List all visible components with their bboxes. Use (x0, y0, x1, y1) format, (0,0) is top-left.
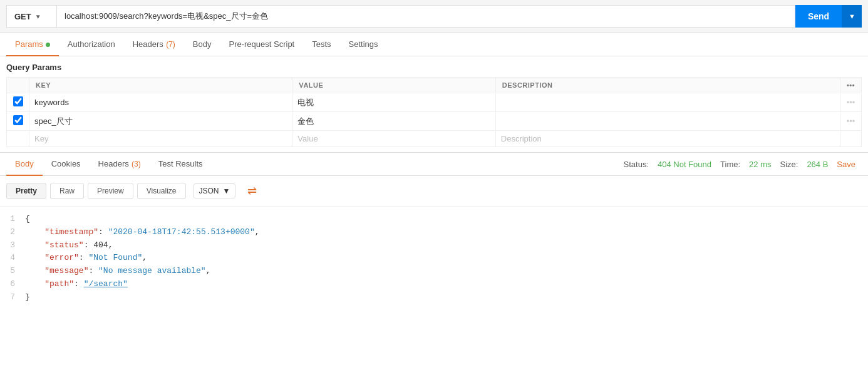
tab-tests[interactable]: Tests (303, 33, 339, 56)
params-table: KEY VALUE DESCRIPTION ••• keywords 电视 ••… (6, 77, 862, 147)
tab-response-headers[interactable]: Headers (3) (90, 153, 150, 176)
bottom-tabs-bar: Body Cookies Headers (3) Test Results St… (0, 153, 868, 176)
row1-checkbox-cell[interactable] (7, 93, 29, 112)
query-params-title: Query Params (6, 63, 862, 72)
response-toolbar: Pretty Raw Preview Visualize JSON ▼ ⇌ (0, 176, 868, 207)
line-num-1: 1 (0, 213, 25, 226)
col-actions: ••• (840, 78, 861, 93)
wrap-button[interactable]: ⇌ (242, 181, 262, 201)
tab-body[interactable]: Body (184, 33, 220, 56)
placeholder-description[interactable]: Description (495, 131, 840, 147)
value-timestamp: "2020-04-18T17:42:55.513+0000" (108, 227, 255, 237)
tab-authorization-label: Authorization (68, 39, 115, 49)
tab-response-body[interactable]: Body (6, 153, 43, 176)
tab-headers-label: Headers (133, 39, 163, 49)
tab-params-label: Params (15, 39, 43, 49)
placeholder-key[interactable]: Key (29, 131, 292, 147)
placeholder-value[interactable]: Value (292, 131, 495, 147)
tab-test-results[interactable]: Test Results (150, 153, 212, 176)
tab-cookies-label: Cookies (51, 159, 81, 168)
row1-checkbox[interactable] (13, 96, 23, 106)
method-selector[interactable]: GET ▼ (6, 5, 56, 28)
table-row: keywords 电视 ••• (7, 93, 862, 112)
params-dot (46, 43, 50, 47)
line-content-2: "timestamp": "2020-04-18T17:42:55.513+00… (25, 226, 868, 239)
method-label: GET (14, 12, 31, 21)
tab-test-results-label: Test Results (158, 159, 203, 168)
line-content-3: "status": 404, (25, 239, 868, 252)
key-timestamp: "timestamp" (44, 227, 98, 237)
row2-actions[interactable]: ••• (840, 112, 861, 131)
tab-params[interactable]: Params (6, 33, 59, 56)
code-line-7: 7 } (0, 291, 868, 304)
chevron-down-icon: ▼ (35, 13, 41, 20)
line-num-3: 3 (0, 239, 25, 252)
send-dropdown-button[interactable]: ▼ (842, 5, 862, 28)
line-num-2: 2 (0, 226, 25, 239)
value-message: "No message available" (98, 266, 206, 275)
visualize-button[interactable]: Visualize (137, 183, 186, 199)
value-error: "Not Found" (88, 253, 142, 262)
pretty-button[interactable]: Pretty (6, 183, 46, 199)
code-area: 1 { 2 "timestamp": "2020-04-18T17:42:55.… (0, 207, 868, 311)
placeholder-actions (840, 131, 861, 147)
row1-value[interactable]: 电视 (292, 93, 495, 112)
status-value: 404 Not Found (658, 160, 711, 169)
tab-tests-label: Tests (312, 39, 331, 49)
key-error: "error" (44, 253, 79, 262)
value-status: 404, (93, 240, 113, 250)
tab-authorization[interactable]: Authorization (59, 33, 124, 56)
format-label: JSON (199, 187, 219, 195)
tab-response-headers-label: Headers (98, 159, 129, 168)
size-label: Size: (780, 160, 798, 169)
row1-actions[interactable]: ••• (840, 93, 861, 112)
code-line-5: 5 "message": "No message available", (0, 265, 868, 278)
line-num-6: 6 (0, 278, 25, 291)
line-content-6: "path": "/search" (25, 278, 868, 291)
tab-prerequest[interactable]: Pre-request Script (220, 33, 303, 56)
placeholder-checkbox-cell (7, 131, 29, 147)
query-params-section: Query Params KEY VALUE DESCRIPTION ••• k… (0, 56, 868, 147)
size-value: 264 B (807, 160, 828, 169)
tab-headers[interactable]: Headers (7) (124, 33, 184, 56)
code-line-1: 1 { (0, 213, 868, 226)
row2-key[interactable]: spec_尺寸 (29, 112, 292, 131)
row1-description[interactable] (495, 93, 840, 112)
col-value: VALUE (292, 78, 495, 93)
save-link[interactable]: Save (837, 160, 855, 169)
value-path[interactable]: "/search" (84, 279, 128, 289)
time-label: Time: (720, 160, 740, 169)
status-bar: Status: 404 Not Found Time: 22 ms Size: … (624, 160, 862, 169)
format-selector[interactable]: JSON ▼ (194, 183, 236, 198)
key-status: "status" (44, 240, 83, 250)
line-num-5: 5 (0, 265, 25, 278)
headers-badge: (7) (164, 40, 175, 49)
send-button[interactable]: Send (795, 5, 842, 28)
row2-checkbox-cell[interactable] (7, 112, 29, 131)
line-content-7: } (25, 291, 868, 304)
row2-value[interactable]: 金色 (292, 112, 495, 131)
col-key: KEY (29, 78, 292, 93)
tab-settings[interactable]: Settings (340, 33, 387, 56)
top-tabs: Params Authorization Headers (7) Body Pr… (0, 33, 868, 56)
key-path: "path" (44, 279, 74, 289)
line-content-1: { (25, 213, 868, 226)
col-checkbox (7, 78, 29, 93)
url-bar: GET ▼ Send ▼ (0, 0, 868, 33)
code-line-3: 3 "status": 404, (0, 239, 868, 252)
key-message: "message" (44, 266, 88, 275)
status-label: Status: (624, 160, 649, 169)
url-input[interactable] (56, 5, 795, 28)
tab-cookies[interactable]: Cookies (43, 153, 90, 176)
row2-description[interactable] (495, 112, 840, 131)
row2-checkbox[interactable] (13, 115, 23, 125)
tab-response-body-label: Body (15, 159, 34, 168)
tab-body-label: Body (193, 39, 212, 49)
time-value: 22 ms (749, 160, 771, 169)
line-content-5: "message": "No message available", (25, 265, 868, 278)
table-row-placeholder: Key Value Description (7, 131, 862, 147)
row1-key[interactable]: keywords (29, 93, 292, 112)
preview-button[interactable]: Preview (88, 183, 133, 199)
tab-prerequest-label: Pre-request Script (229, 39, 294, 49)
raw-button[interactable]: Raw (50, 183, 84, 199)
